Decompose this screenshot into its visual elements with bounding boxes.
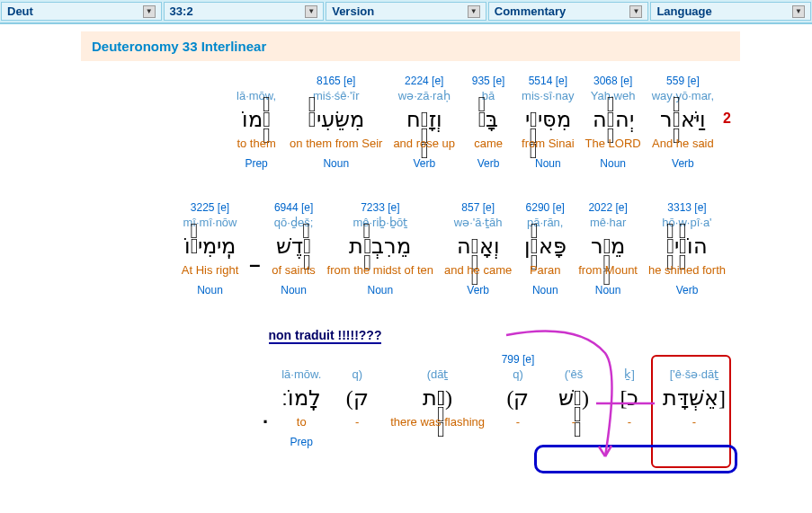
english-gloss: to them xyxy=(236,135,275,152)
transliteration[interactable]: pā·rān, xyxy=(527,214,563,231)
hebrew-text[interactable]: ק) xyxy=(346,383,369,413)
strongs-number[interactable]: 935 [e] xyxy=(472,75,505,87)
transliteration[interactable]: q) xyxy=(513,366,523,383)
part-of-speech[interactable]: Noun xyxy=(535,152,561,170)
word-column: 8165 [e]miś·śê·'îrמִשֵּׂעִיר֙on them fro… xyxy=(290,75,382,170)
commentary-value: Commentary xyxy=(495,4,566,18)
part-of-speech[interactable]: Verb xyxy=(477,152,500,170)
part-of-speech[interactable]: Noun xyxy=(532,279,558,296)
strongs-number[interactable]: 2022 [e] xyxy=(588,201,627,214)
strongs-number[interactable]: 3225 [e] xyxy=(191,201,229,214)
transliteration[interactable]: bā xyxy=(482,87,495,104)
strongs-number[interactable]: 6944 [e] xyxy=(274,201,313,214)
word-column: 935 [e]bāבָּא֙cameVerb xyxy=(466,75,511,170)
part-of-speech[interactable]: Verb xyxy=(413,152,435,170)
transliteration[interactable]: way·yō·mar, xyxy=(652,87,714,104)
word-column: 3225 [e]mî·mî·nōwמִֽימִינ֕וֹAt His right… xyxy=(182,201,239,296)
hebrew-text[interactable]: מֵהַ֣ר xyxy=(591,231,626,261)
transliteration[interactable]: mê·har xyxy=(590,214,626,231)
part-of-speech[interactable]: Prep xyxy=(290,430,313,448)
part-of-speech[interactable] xyxy=(516,430,519,448)
english-gloss: - xyxy=(572,413,576,430)
english-gloss: At His right xyxy=(182,261,239,279)
chevron-down-icon: ▼ xyxy=(143,5,156,18)
transliteration[interactable]: lā·mōw, xyxy=(236,87,276,104)
strongs-number[interactable]: 7233 [e] xyxy=(361,201,399,214)
transliteration[interactable]: hō·w·pî·a' xyxy=(662,214,711,231)
hebrew-text[interactable]: בָּא֙ xyxy=(478,104,499,135)
hebrew-text[interactable]: לָ֔מוֹ xyxy=(242,104,271,135)
chevron-down-icon: ▼ xyxy=(468,5,480,18)
strongs-number[interactable]: 3068 [e] xyxy=(593,75,632,87)
hebrew-text[interactable]: לָֽמוֹ׃ xyxy=(281,383,321,413)
part-of-speech[interactable]: Noun xyxy=(367,279,393,296)
page-title: Deuteronomy 33 Interlinear xyxy=(81,31,740,61)
version-dropdown[interactable]: Version ▼ xyxy=(326,2,486,21)
hebrew-text[interactable]: מִשֵּׂעִיר֙ xyxy=(308,104,364,135)
hebrew-text[interactable]: וַיֹּאמַ֗ר xyxy=(660,104,706,135)
transliteration[interactable]: qō·ḏeš; xyxy=(274,214,313,231)
hebrew-text[interactable]: כ] xyxy=(620,383,639,413)
part-of-speech[interactable]: Noun xyxy=(197,279,223,296)
english-gloss: - xyxy=(516,413,520,430)
part-of-speech[interactable] xyxy=(356,430,359,448)
transliteration[interactable]: mê·riḇ·ḇōṯ xyxy=(352,214,407,231)
hebrew-text[interactable]: קֹ֑דֶשׁ xyxy=(276,231,311,261)
strongs-number[interactable]: 3313 [e] xyxy=(667,201,706,214)
hebrew-text[interactable]: מִסִּינַ֥י xyxy=(525,104,571,135)
dash-separator: – xyxy=(249,222,260,277)
commentary-dropdown[interactable]: Commentary ▼ xyxy=(488,2,649,21)
transliteration[interactable]: Yah·weh xyxy=(591,87,636,104)
hebrew-text[interactable]: וְזָרַ֤ח xyxy=(406,104,442,135)
strongs-number xyxy=(356,353,359,366)
hebrew-text[interactable]: וְאָתָ֖ה xyxy=(457,231,500,261)
transliteration[interactable]: lā·mōw. xyxy=(281,366,321,383)
chapter-dropdown[interactable]: 33:2 ▼ xyxy=(164,2,325,21)
word-column: 799 [e]q)ק) - xyxy=(495,353,540,448)
hebrew-text[interactable]: ק) xyxy=(507,383,530,413)
hebrew-text[interactable]: מִֽימִינ֕וֹ xyxy=(184,231,236,261)
hebrew-text[interactable]: (אֵ֥שׁ xyxy=(558,383,589,413)
transliteration[interactable]: miś·śê·'îr xyxy=(313,87,360,104)
word-column: (dāṯ(דָּ֖תthere was flashing xyxy=(390,353,485,448)
transliteration[interactable]: wə·'ā·ṯāh xyxy=(454,214,503,231)
english-gloss: - xyxy=(628,413,631,430)
book-dropdown[interactable]: Deut ▼ xyxy=(1,2,162,21)
strongs-number xyxy=(254,75,257,87)
part-of-speech[interactable]: Verb xyxy=(467,279,489,296)
strongs-number[interactable]: 5514 [e] xyxy=(529,75,567,87)
transliteration[interactable]: mî·mî·nōw xyxy=(183,214,237,231)
hebrew-text[interactable]: יְהוָ֞ה xyxy=(593,104,634,135)
part-of-speech[interactable]: Noun xyxy=(600,152,626,170)
transliteration[interactable]: ḵ] xyxy=(624,366,635,383)
strongs-number[interactable]: 857 [e] xyxy=(461,201,495,214)
strongs-number[interactable]: 6290 [e] xyxy=(526,201,565,214)
hebrew-text[interactable]: (דָּ֖ת xyxy=(423,383,452,413)
strongs-number[interactable]: 8165 [e] xyxy=(317,75,355,87)
transliteration[interactable]: mis·sî·nay xyxy=(522,87,575,104)
word-column: lā·mōw.לָֽמוֹ׃toPrep xyxy=(279,353,324,448)
strongs-number[interactable]: 2224 [e] xyxy=(405,75,443,87)
strongs-number[interactable]: 799 [e] xyxy=(502,353,535,366)
part-of-speech[interactable]: Noun xyxy=(281,279,307,296)
word-column: 5514 [e]mis·sî·nayמִסִּינַ֥יfrom SinaiNo… xyxy=(522,75,575,170)
transliteration[interactable]: (dāṯ xyxy=(427,366,449,383)
english-gloss: - xyxy=(355,413,359,430)
part-of-speech[interactable]: Noun xyxy=(323,152,349,170)
part-of-speech[interactable] xyxy=(436,430,439,448)
language-dropdown[interactable]: Language ▼ xyxy=(650,2,811,21)
word-column: 6290 [e]pā·rān,פָּארָ֔ןParanNoun xyxy=(522,201,567,296)
hebrew-text[interactable]: מֵרִבְבֹ֣ת xyxy=(349,231,411,261)
hebrew-text[interactable]: הוֹפִ֙יעַ֙ xyxy=(666,231,708,261)
transliteration[interactable]: ('êš xyxy=(565,366,584,383)
hebrew-text[interactable]: פָּארָ֔ן xyxy=(524,231,567,261)
transliteration[interactable]: wə·zā·raḥ xyxy=(398,87,451,104)
part-of-speech[interactable]: Verb xyxy=(672,152,694,170)
strongs-number xyxy=(436,353,439,366)
strongs-number[interactable]: 559 [e] xyxy=(666,75,700,87)
transliteration[interactable]: q) xyxy=(352,366,362,383)
part-of-speech[interactable]: Verb xyxy=(676,279,699,296)
english-gloss: he shined forth xyxy=(648,261,726,279)
part-of-speech[interactable]: Prep xyxy=(245,152,267,170)
part-of-speech[interactable]: Noun xyxy=(595,279,621,296)
